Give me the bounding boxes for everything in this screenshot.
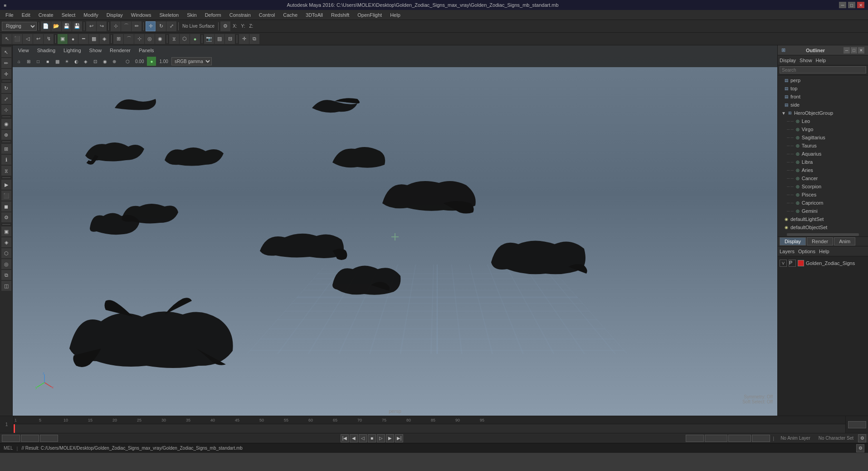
- tree-item-capricorn[interactable]: ─ ─ ◎ Capricorn: [778, 199, 868, 207]
- soft-sel-btn[interactable]: ◉: [1, 119, 11, 129]
- outliner-min-button[interactable]: ─: [844, 47, 850, 54]
- tree-item-defaultobjectset[interactable]: ◉ defaultObjectSet: [778, 223, 868, 231]
- vt-home[interactable]: ⌂: [15, 57, 24, 66]
- vertex-btn[interactable]: ●: [68, 34, 78, 44]
- object-mode-btn[interactable]: ▣: [58, 34, 68, 44]
- outliner-close-button[interactable]: ✕: [858, 47, 864, 54]
- render-tab[interactable]: Render: [807, 237, 833, 245]
- tree-item-top[interactable]: ▤ top: [778, 84, 868, 93]
- renderer-menu[interactable]: Renderer: [106, 47, 134, 54]
- tree-item-cancer[interactable]: ─ ─ ◎ Cancer: [778, 174, 868, 182]
- edge-btn[interactable]: ━: [78, 34, 88, 44]
- tree-item-sagittarius[interactable]: ─ ─ ◎ Sagittarius: [778, 133, 868, 142]
- layer-color-swatch[interactable]: [798, 260, 804, 266]
- move-btn[interactable]: ✛: [1, 69, 11, 79]
- outliner-search-input[interactable]: [780, 66, 866, 74]
- menu-windows[interactable]: Windows: [127, 11, 155, 19]
- open-scene-button[interactable]: 📂: [51, 21, 61, 31]
- snap-surface-btn[interactable]: ◎: [145, 34, 155, 44]
- tree-item-pisces[interactable]: ─ ─ ◎ Pisces: [778, 191, 868, 199]
- status-settings-button[interactable]: ⚙: [856, 444, 864, 452]
- select-btn[interactable]: ↖: [1, 47, 11, 57]
- vt-iso[interactable]: ⊡: [91, 57, 100, 66]
- undo-button[interactable]: ↩: [86, 21, 96, 31]
- vt-grid[interactable]: ⊞: [24, 57, 33, 66]
- menu-cache[interactable]: Cache: [279, 11, 301, 19]
- bracket-btn[interactable]: ⧉: [249, 34, 259, 44]
- menu-control[interactable]: Control: [255, 11, 278, 19]
- viewport[interactable]: View Shading Lighting Show Renderer Pane…: [13, 45, 777, 416]
- loop-btn[interactable]: ↩: [33, 34, 43, 44]
- scale-tool[interactable]: ⤢: [166, 21, 176, 31]
- frame-input-2[interactable]: 1: [21, 435, 39, 442]
- menu-skin[interactable]: Skin: [183, 11, 200, 19]
- tree-item-libra[interactable]: ─ ─ ◎ Libra: [778, 158, 868, 166]
- frame-input-4[interactable]: 120: [686, 435, 704, 442]
- shelf-btn5[interactable]: ⧉: [1, 270, 11, 280]
- menu-openflight[interactable]: OpenFlight: [354, 11, 385, 19]
- panel-btn[interactable]: ▤: [215, 34, 224, 44]
- shelf-btn6[interactable]: ◫: [1, 281, 11, 291]
- frame-end-input[interactable]: 120: [848, 421, 866, 428]
- restore-button[interactable]: □: [848, 2, 855, 8]
- snap-point-btn[interactable]: ⊹: [134, 34, 144, 44]
- vt-ssao[interactable]: ◉: [100, 57, 109, 66]
- layout-btn[interactable]: ⊟: [225, 34, 235, 44]
- paint-btn[interactable]: ✏: [1, 58, 11, 68]
- menu-edit[interactable]: Edit: [18, 11, 34, 19]
- show-menu[interactable]: Show: [86, 47, 106, 54]
- step-back-button[interactable]: ◀: [350, 434, 358, 442]
- minimize-button[interactable]: ─: [839, 2, 846, 8]
- face-btn[interactable]: ▩: [89, 34, 99, 44]
- menu-help[interactable]: Help: [386, 11, 404, 19]
- options-lt-btn[interactable]: ⚙: [1, 212, 11, 222]
- deformer-btn[interactable]: ⬡: [180, 34, 190, 44]
- step-forward-button[interactable]: ▶: [386, 434, 394, 442]
- rotate-tool[interactable]: ↻: [156, 21, 166, 31]
- move-tool[interactable]: ✛: [146, 21, 156, 31]
- outliner-help-tab[interactable]: Help: [816, 58, 826, 63]
- tree-item-side[interactable]: ▤ side: [778, 101, 868, 109]
- flow-btn[interactable]: ↯: [44, 34, 54, 44]
- info-btn[interactable]: ℹ: [1, 155, 11, 165]
- frame-input-3[interactable]: 1: [40, 435, 58, 442]
- layers-opt[interactable]: Layers: [780, 249, 795, 254]
- redo-button[interactable]: ↪: [97, 21, 107, 31]
- layer-visibility[interactable]: V: [780, 260, 787, 267]
- tree-item-taurus[interactable]: ─ ─ ◎ Taurus: [778, 142, 868, 150]
- menu-modify[interactable]: Modify: [80, 11, 102, 19]
- help-opt[interactable]: Help: [819, 249, 829, 254]
- panels-menu[interactable]: Panels: [135, 47, 158, 54]
- paint-tool[interactable]: ✏: [132, 21, 141, 31]
- shelf-btn2[interactable]: ◈: [1, 237, 11, 247]
- close-button[interactable]: ✕: [857, 2, 864, 8]
- view-menu[interactable]: View: [15, 47, 33, 54]
- vt-wireframe[interactable]: □: [34, 57, 43, 66]
- menu-display[interactable]: Display: [103, 11, 127, 19]
- menu-file[interactable]: File: [2, 11, 17, 19]
- save-as-button[interactable]: 💾: [72, 21, 82, 31]
- menu-redshift[interactable]: Redshift: [327, 11, 353, 19]
- mode-selector[interactable]: Rigging Animation Modeling Rendering: [2, 22, 37, 31]
- frame-input-1[interactable]: 1: [2, 435, 20, 442]
- lasso-sel-btn[interactable]: ◁: [23, 34, 33, 44]
- shelf-btn3[interactable]: ⬡: [1, 248, 11, 258]
- show-manip-btn[interactable]: ⊕: [1, 130, 11, 140]
- transform-btn[interactable]: ⊹: [1, 105, 11, 115]
- goto-start-button[interactable]: |◀: [341, 434, 349, 442]
- menu-create[interactable]: Create: [35, 11, 57, 19]
- save-scene-button[interactable]: 💾: [62, 21, 72, 31]
- vt-light[interactable]: ☀: [62, 57, 71, 66]
- menu-select[interactable]: Select: [58, 11, 79, 19]
- display-tab[interactable]: Display: [780, 237, 806, 245]
- select-mode-btn[interactable]: ↖: [2, 34, 12, 44]
- render-mode-btn[interactable]: ●: [190, 34, 200, 44]
- menu-deform[interactable]: Deform: [201, 11, 225, 19]
- vt-expose[interactable]: ⬡: [123, 57, 132, 66]
- settings-button[interactable]: ⚙: [858, 434, 866, 442]
- select-tool[interactable]: ⊹: [111, 21, 121, 31]
- vt-xray[interactable]: ◈: [81, 57, 90, 66]
- play-forward-button[interactable]: ▷: [377, 434, 385, 442]
- stop-button[interactable]: ■: [368, 434, 376, 442]
- gamma-select[interactable]: sRGB gamma: [171, 57, 212, 65]
